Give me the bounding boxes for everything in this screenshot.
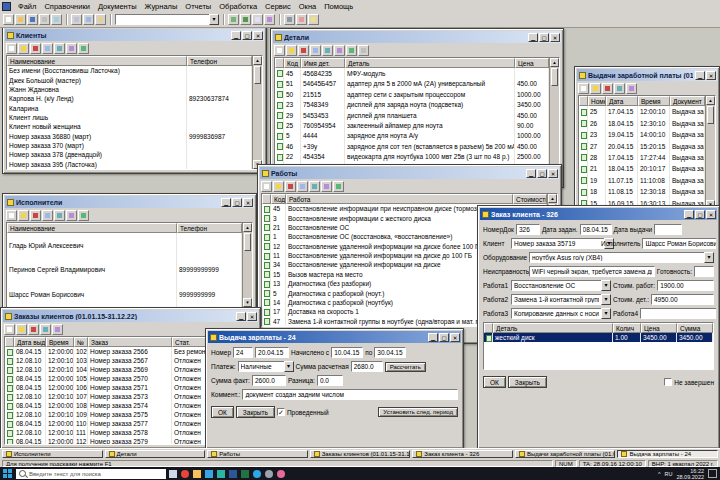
folder-icon[interactable] [193,470,201,478]
cost-works-field[interactable] [657,280,714,291]
interval-icon[interactable] [54,210,65,221]
menu-item-4[interactable]: Журналы [141,2,182,11]
payment-field[interactable] [238,361,284,372]
issue-date-field[interactable] [654,224,682,235]
close-icon[interactable]: ✕ [450,333,460,342]
fact-sum-field[interactable] [252,375,286,386]
table-row[interactable]: 25760954954заклеенный айпамер для ноута9… [275,120,549,130]
salary-date-field[interactable] [255,347,289,358]
scroll-thumb[interactable] [707,106,714,124]
filter-icon[interactable] [626,83,637,94]
table-row[interactable]: Номер заказа 378 (двенадцой) [7,150,252,159]
mail-icon[interactable] [205,470,213,478]
scroll-thumb[interactable] [551,68,558,86]
table-row[interactable]: 1911.07.1511:10:08Выдача зар [579,175,705,186]
minimize-icon[interactable]: ▁ [526,169,536,178]
minimize-icon[interactable]: ▁ [236,312,246,321]
column-header[interactable]: Дата выд. [14,337,46,347]
table-row[interactable]: Каларина [7,103,252,112]
works-titlebar[interactable]: Работы ▁▢✕ [260,167,559,179]
column-header[interactable]: Номер [588,96,606,106]
comment-field[interactable] [242,389,458,400]
table-row[interactable]: 2118.04.1520:10:17Выдача зар [579,163,705,174]
vertical-scrollbar[interactable]: ▲▼ [252,56,262,169]
open-icon[interactable] [15,14,26,25]
table-row[interactable]: Номер заказа 395 (Ласточка) [7,160,252,169]
close-icon[interactable]: ✕ [253,31,263,40]
table-row[interactable]: 2720.04.1515:20:15Выдача зар [579,140,705,151]
column-header[interactable]: Документ [670,96,705,106]
copy-icon[interactable] [42,43,53,54]
table-row[interactable]: Шарсс Роман Борисович9999999999 [7,282,242,307]
column-header[interactable]: Телефон [177,223,242,233]
undo-icon[interactable] [228,14,239,25]
word-icon[interactable] [229,470,237,478]
delete-icon[interactable] [28,324,39,335]
copy-icon[interactable] [83,14,94,25]
tray-expand-icon[interactable]: ^ [658,471,661,477]
work2-combobox[interactable]: ▾ [511,294,611,305]
toolbar-combobox-input[interactable] [115,14,209,25]
equipment-combobox[interactable]: ▾ [529,252,714,263]
edit-icon[interactable] [286,45,297,56]
new-icon[interactable] [6,43,17,54]
salary-form-titlebar[interactable]: Выдача зарплаты - 24 ▁▢✕ [208,331,461,343]
edit-icon[interactable] [273,181,284,192]
edit-icon[interactable] [18,210,29,221]
close-icon[interactable]: ✕ [706,210,716,219]
find-icon[interactable] [252,14,263,25]
taskbar-button[interactable]: Исполнители [2,450,103,458]
redo-icon[interactable] [240,14,251,25]
edit-icon[interactable] [16,324,27,335]
copy-icon[interactable] [42,210,53,221]
scroll-thumb[interactable] [244,233,251,251]
chevron-down-icon[interactable]: ▾ [284,361,294,372]
column-header[interactable]: Цена [515,58,549,68]
filter-icon[interactable] [264,14,275,25]
refresh-icon[interactable] [333,181,344,192]
work3-field[interactable] [511,308,601,319]
defect-field[interactable] [529,266,655,277]
table-row[interactable]: Клиент новый женщина [7,122,252,131]
taskbar-button[interactable]: Работы [207,450,308,458]
cost-parts-field[interactable] [651,294,714,305]
menu-item-5[interactable]: Отчеты [181,2,215,11]
table-row[interactable]: 2618.04.1512:30:10Выдача зар [579,117,705,128]
taskbar-button[interactable]: Заказ клиента - 326 [412,450,513,458]
print-icon[interactable] [358,45,369,56]
save-icon[interactable] [27,14,38,25]
settings-icon[interactable] [265,470,273,478]
print-icon[interactable] [39,14,50,25]
work4-combobox[interactable]: ▾ [640,308,716,319]
interval-icon[interactable] [322,45,333,56]
refresh-icon[interactable] [346,45,357,56]
payment-combobox[interactable]: ▾ [238,361,294,372]
cut-icon[interactable] [71,14,82,25]
filter-icon[interactable] [66,210,77,221]
start-button[interactable] [3,469,13,479]
new-icon[interactable] [4,324,15,335]
preview-icon[interactable] [51,14,62,25]
table-row[interactable]: Гладь Юрий Алексеевич [7,233,242,258]
filter-icon[interactable] [52,324,63,335]
new-icon[interactable] [3,14,14,25]
ok-button[interactable]: ОК [483,376,506,388]
minimize-icon[interactable]: ▁ [221,198,231,207]
menu-item-6[interactable]: Обработка [215,2,261,11]
order-number-field[interactable] [516,224,540,235]
refresh-icon[interactable] [78,43,89,54]
column-header[interactable]: Стоимость [513,194,547,204]
minimize-icon[interactable]: ▁ [528,33,538,42]
edit-icon[interactable] [18,43,29,54]
chevron-down-icon[interactable]: ▾ [601,280,611,291]
table-row[interactable]: 2319.04.1514:00:10Выдача зар [579,129,705,140]
column-header[interactable]: Сумма [677,323,713,333]
column-header[interactable]: Деталь [345,58,515,68]
table-row[interactable]: 237548349дисплей для заряда ноута (подсв… [275,99,549,109]
new-icon[interactable] [261,181,272,192]
table-row[interactable]: жесткий диск1.003450.003450.00 [484,333,713,342]
column-header[interactable]: Время [46,337,74,347]
maximize-icon[interactable]: ▢ [242,31,252,40]
diff-field[interactable] [317,375,343,386]
clients-titlebar[interactable]: Клиенты ▁▢✕ [5,29,264,41]
